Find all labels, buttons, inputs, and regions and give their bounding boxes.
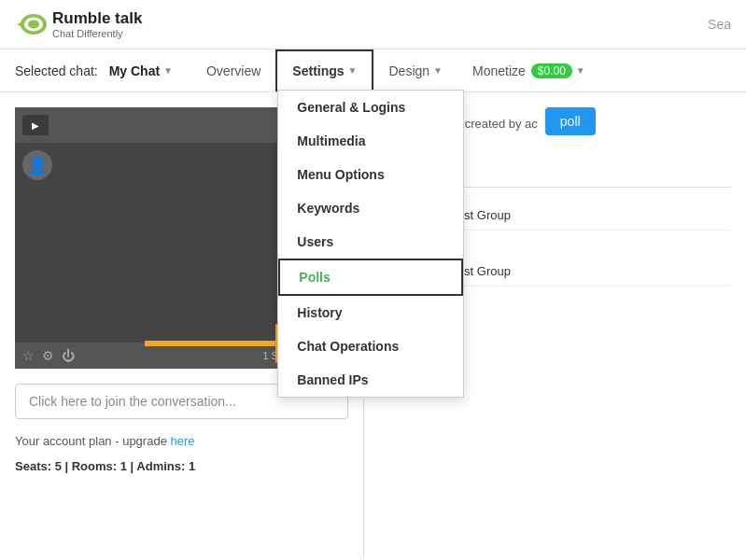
logo-area: Rumble talk Chat Differently bbox=[15, 7, 142, 41]
dropdown-keywords[interactable]: Keywords bbox=[278, 191, 463, 225]
dropdown-multimedia[interactable]: Multimedia bbox=[278, 124, 463, 158]
monetize-chevron: ▼ bbox=[576, 65, 585, 76]
gear-icon[interactable]: ⚙ bbox=[42, 348, 54, 363]
nav-design[interactable]: Design ▼ bbox=[373, 49, 457, 91]
star-icon[interactable]: ☆ bbox=[22, 348, 35, 363]
logo-text: Rumble talk Chat Differently bbox=[52, 9, 142, 39]
nav-overview[interactable]: Overview bbox=[191, 49, 275, 91]
selected-chat-chevron[interactable]: ▼ bbox=[163, 65, 173, 76]
play-button[interactable]: ▶ bbox=[22, 115, 49, 135]
settings-dropdown: General & Logins Multimedia Menu Options… bbox=[277, 90, 464, 398]
settings-chevron: ▼ bbox=[348, 65, 358, 76]
svg-point-2 bbox=[28, 21, 39, 29]
search-label: Sea bbox=[708, 17, 731, 32]
navbar: Selected chat: My Chat ▼ Overview Settin… bbox=[0, 49, 746, 92]
dropdown-history[interactable]: History bbox=[278, 296, 463, 329]
nav-settings[interactable]: Settings ▼ General & Logins Multimedia M… bbox=[275, 49, 373, 91]
design-chevron: ▼ bbox=[433, 65, 443, 76]
logo-icon bbox=[15, 7, 49, 41]
svg-marker-3 bbox=[17, 21, 22, 27]
dropdown-menu-options[interactable]: Menu Options bbox=[278, 158, 463, 191]
dropdown-general-logins[interactable]: General & Logins bbox=[278, 91, 463, 124]
dropdown-users[interactable]: Users bbox=[278, 225, 463, 259]
power-icon[interactable]: ⏻ bbox=[62, 348, 75, 363]
upgrade-link[interactable]: here bbox=[171, 434, 195, 448]
avatar: 👤 bbox=[22, 150, 52, 180]
header: Rumble talk Chat Differently Sea bbox=[0, 0, 746, 49]
dropdown-polls[interactable]: Polls bbox=[278, 259, 463, 296]
nav-monetize[interactable]: Monetize $0.00 ▼ bbox=[457, 49, 600, 91]
account-stats: Seats: 5 | Rooms: 1 | Admins: 1 bbox=[0, 455, 363, 477]
dropdown-chat-operations[interactable]: Chat Operations bbox=[278, 329, 463, 363]
header-search: Sea bbox=[708, 17, 731, 32]
create-poll-button[interactable]: poll bbox=[545, 107, 596, 135]
dropdown-banned-ips[interactable]: Banned IPs bbox=[278, 363, 463, 397]
footer-icons: ☆ ⚙ ⏻ bbox=[22, 348, 75, 363]
account-plan: Your account plan - upgrade here bbox=[0, 427, 363, 455]
selected-chat: Selected chat: My Chat ▼ bbox=[15, 63, 173, 78]
monetize-badge: $0.00 bbox=[531, 63, 572, 78]
